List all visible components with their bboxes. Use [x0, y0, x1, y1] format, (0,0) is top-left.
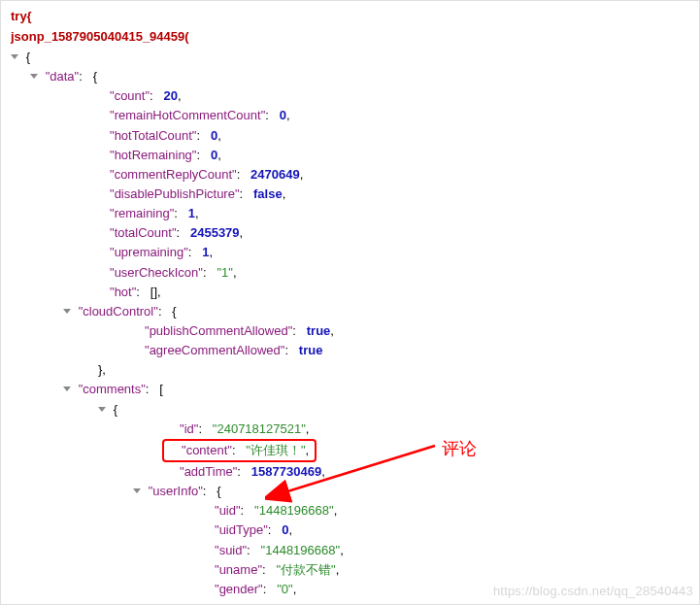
- json-row: addTime: 1587730469,: [11, 462, 689, 482]
- toggle-icon[interactable]: [30, 74, 38, 79]
- comment-item-open[interactable]: {: [11, 400, 689, 420]
- comments-row[interactable]: comments: [: [11, 380, 689, 399]
- data-key-row[interactable]: data: {: [11, 67, 689, 86]
- json-row: commentReplyCount: 2470649,: [11, 165, 689, 185]
- json-row: totalCount: 2455379,: [11, 223, 689, 243]
- json-close: },: [11, 360, 689, 380]
- annotation-label: 评论: [442, 437, 477, 460]
- json-row: disablePublishPicture: false,: [11, 185, 689, 204]
- comment-content-row: content: 许佳琪！,: [11, 439, 689, 462]
- json-row: userCheckIcon: 1,: [11, 263, 689, 283]
- brace: {: [26, 50, 30, 64]
- json-row: publishCommentAllowed: true,: [11, 321, 689, 341]
- json-row: id: 240718127521,: [11, 420, 689, 439]
- json-row: hotTotalCount: 0,: [11, 126, 689, 146]
- jsonp-call: jsonp_1587905040415_94459(: [11, 29, 689, 44]
- json-row: uidType: 0,: [11, 521, 689, 540]
- json-row: uname: 付款不错,: [11, 560, 689, 580]
- cloudcontrol-row[interactable]: cloudControl: {: [11, 302, 689, 321]
- json-root-open[interactable]: {: [11, 48, 689, 67]
- json-row: upremaining: 1,: [11, 243, 689, 262]
- json-row: remaining: 1,: [11, 204, 689, 223]
- json-row: agreeCommentAllowed: true: [11, 341, 689, 360]
- userinfo-row[interactable]: userInfo: {: [11, 482, 689, 501]
- toggle-icon[interactable]: [98, 407, 106, 412]
- toggle-icon[interactable]: [11, 54, 18, 59]
- json-row: uid: 1448196668,: [11, 501, 689, 521]
- json-row: hot: [],: [11, 283, 689, 302]
- json-key: data: [46, 69, 80, 84]
- json-row: count: 20,: [11, 86, 689, 106]
- highlight-box: content: 许佳琪！,: [162, 439, 317, 462]
- watermark-text: https://blog.csdn.net/qq_28540443: [493, 584, 693, 598]
- try-keyword: try{: [11, 9, 689, 23]
- toggle-icon[interactable]: [63, 387, 71, 391]
- json-row: suid: 1448196668,: [11, 541, 689, 560]
- json-row: hotRemaining: 0,: [11, 146, 689, 165]
- toggle-icon[interactable]: [133, 488, 141, 493]
- json-row: remainHotCommentCount: 0,: [11, 106, 689, 125]
- toggle-icon[interactable]: [63, 309, 71, 314]
